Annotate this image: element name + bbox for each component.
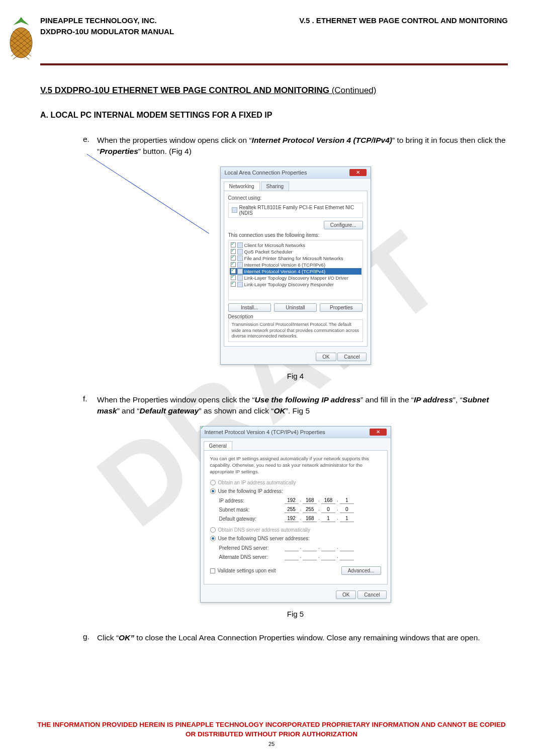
alternate-dns-row: Alternate DNS server: . . . bbox=[219, 553, 381, 560]
install-button[interactable]: Install... bbox=[228, 303, 271, 312]
ip-octet[interactable] bbox=[303, 544, 317, 551]
checkbox-icon[interactable] bbox=[231, 242, 236, 247]
dialog-titlebar[interactable]: Local Area Connection Properties ✕ bbox=[221, 167, 371, 179]
dialog-titlebar[interactable]: Internet Protocol Version 4 (TCP/IPv4) P… bbox=[201, 427, 391, 438]
dialog-lac-properties: Local Area Connection Properties ✕ Netwo… bbox=[220, 166, 371, 365]
mask-input[interactable]: . . . bbox=[285, 506, 354, 513]
ip-octet[interactable] bbox=[303, 515, 317, 522]
list-item[interactable]: Link-Layer Topology Discovery Responder bbox=[230, 281, 361, 288]
step-e-label: e. bbox=[83, 135, 97, 157]
list-item[interactable]: QoS Packet Scheduler bbox=[230, 248, 361, 255]
ip-octet[interactable] bbox=[285, 506, 299, 513]
radio-obtain-ip-auto[interactable]: Obtain an IP address automatically bbox=[210, 480, 381, 485]
list-item[interactable]: Client for Microsoft Networks bbox=[230, 242, 361, 248]
ip-octet[interactable] bbox=[340, 506, 354, 513]
txt-bold: IP address bbox=[414, 395, 453, 404]
header-text: PINEAPPLE TECHNOLOGY, INC. DXDPRO-10U MO… bbox=[40, 15, 508, 37]
info-text: You can get IP settings assigned automat… bbox=[210, 456, 381, 475]
radio-icon[interactable] bbox=[210, 488, 216, 494]
ip-octet[interactable] bbox=[321, 497, 335, 504]
radio-icon[interactable] bbox=[210, 536, 216, 541]
connect-using-label: Connect using: bbox=[228, 195, 363, 201]
tab-general[interactable]: General bbox=[204, 441, 233, 450]
list-item[interactable]: Link-Layer Topology Discovery Mapper I/O… bbox=[230, 275, 361, 281]
ip-octet[interactable] bbox=[340, 515, 354, 522]
ip-octet[interactable] bbox=[285, 515, 299, 522]
radio-icon[interactable] bbox=[210, 480, 216, 485]
dialog-title: Internet Protocol Version 4 (TCP/IPv4) P… bbox=[205, 429, 325, 435]
item-icon bbox=[237, 242, 243, 248]
step-g-text: Click “OK” to close the Local Area Conne… bbox=[97, 632, 508, 643]
uninstall-button[interactable]: Uninstall bbox=[274, 303, 317, 312]
tab-sharing[interactable]: Sharing bbox=[261, 182, 289, 191]
validate-checkbox-row[interactable]: Validate settings upon exit Advanced... bbox=[210, 566, 381, 575]
checkbox-icon[interactable] bbox=[210, 568, 215, 573]
ip-octet[interactable] bbox=[340, 497, 354, 504]
ip-octet[interactable] bbox=[321, 515, 335, 522]
alt-dns-input[interactable]: . . . bbox=[285, 553, 354, 560]
ip-octet[interactable] bbox=[285, 544, 299, 551]
ip-octet[interactable] bbox=[303, 553, 317, 560]
txt-bold: OK” bbox=[119, 633, 134, 642]
subnet-mask-row: Subnet mask: . . . bbox=[219, 506, 381, 513]
ip-octet[interactable] bbox=[285, 497, 299, 504]
checkbox-icon[interactable] bbox=[231, 249, 236, 254]
checkbox-icon[interactable] bbox=[231, 262, 236, 267]
page: PINEAPPLE TECHNOLOGY, INC. DXDPRO-10U MO… bbox=[0, 0, 543, 663]
subsection-a-heading: A. LOCAL PC INTERNAL MODEM SETTINGS FOR … bbox=[40, 111, 508, 120]
configure-button[interactable]: Configure... bbox=[324, 221, 363, 229]
list-item-selected[interactable]: Internet Protocol Version 4 (TCP/IPv4) bbox=[230, 268, 361, 275]
list-item[interactable]: Internet Protocol Version 6 (TCP/IPv6) bbox=[230, 262, 361, 268]
ip-octet[interactable] bbox=[321, 553, 335, 560]
txt: to close the Local Area Connection Prope… bbox=[134, 633, 480, 642]
radio-use-ip[interactable]: Use the following IP address: bbox=[210, 488, 381, 494]
close-icon[interactable]: ✕ bbox=[349, 169, 367, 176]
txt: ” button. (Fig 4) bbox=[138, 147, 192, 155]
document-footer: THE INFORMATION PROVIDED HEREIN IS PINEA… bbox=[0, 720, 543, 748]
checkbox-icon[interactable] bbox=[231, 282, 236, 287]
item-text: Internet Protocol Version 4 (TCP/IPv4) bbox=[244, 269, 326, 274]
dialog-body: You can get IP settings assigned automat… bbox=[204, 450, 388, 584]
connection-items-list[interactable]: Client for Microsoft Networks QoS Packet… bbox=[228, 240, 363, 300]
ip-input[interactable]: . . . bbox=[285, 497, 354, 504]
gateway-row: Default gateway: . . . bbox=[219, 515, 381, 522]
tab-networking[interactable]: Networking bbox=[224, 182, 260, 191]
item-action-buttons: Install... Uninstall Properties bbox=[228, 303, 363, 312]
ok-button[interactable]: OK bbox=[336, 591, 356, 599]
txt: Click “ bbox=[97, 633, 119, 642]
item-text: File and Printer Sharing for Microsoft N… bbox=[244, 256, 343, 261]
item-icon bbox=[237, 282, 243, 287]
radio-use-dns[interactable]: Use the following DNS server addresses: bbox=[210, 536, 381, 541]
ip-octet[interactable] bbox=[321, 544, 335, 551]
txt-bold: Internet Protocol Version 4 (TCP/IPv4) bbox=[252, 136, 392, 144]
ip-octet[interactable] bbox=[303, 497, 317, 504]
checkbox-icon[interactable] bbox=[231, 275, 236, 280]
advanced-button[interactable]: Advanced... bbox=[341, 566, 381, 575]
ip-octet[interactable] bbox=[340, 544, 354, 551]
properties-button[interactable]: Properties bbox=[320, 303, 363, 312]
cancel-button[interactable]: Cancel bbox=[357, 591, 386, 599]
page-number: 25 bbox=[0, 740, 543, 748]
item-icon bbox=[237, 275, 243, 281]
pref-dns-input[interactable]: . . . bbox=[285, 544, 354, 551]
ip-octet[interactable] bbox=[340, 553, 354, 560]
dialog-title: Local Area Connection Properties bbox=[225, 170, 307, 176]
cancel-button[interactable]: Cancel bbox=[337, 353, 366, 361]
ip-octet[interactable] bbox=[321, 506, 335, 513]
dot: . bbox=[335, 497, 340, 504]
checkbox-icon[interactable] bbox=[231, 256, 236, 261]
item-icon bbox=[237, 256, 243, 261]
radio-label: Use the following DNS server addresses: bbox=[218, 536, 310, 541]
header-left: PINEAPPLE TECHNOLOGY, INC. DXDPRO-10U MO… bbox=[40, 15, 174, 37]
adapter-name: Realtek RTL8101E Family PCI-E Fast Ether… bbox=[239, 205, 359, 216]
ip-octet[interactable] bbox=[303, 506, 317, 513]
close-icon[interactable]: ✕ bbox=[370, 429, 387, 436]
list-item[interactable]: File and Printer Sharing for Microsoft N… bbox=[230, 255, 361, 262]
proprietary-notice: THE INFORMATION PROVIDED HEREIN IS PINEA… bbox=[0, 720, 543, 739]
checkbox-icon[interactable] bbox=[231, 269, 236, 274]
dot: . bbox=[299, 544, 303, 551]
ip-octet[interactable] bbox=[285, 553, 299, 560]
txt: When the properties window opens click o… bbox=[97, 136, 252, 144]
ok-button[interactable]: OK bbox=[316, 353, 336, 361]
gw-input[interactable]: . . . bbox=[285, 515, 354, 522]
